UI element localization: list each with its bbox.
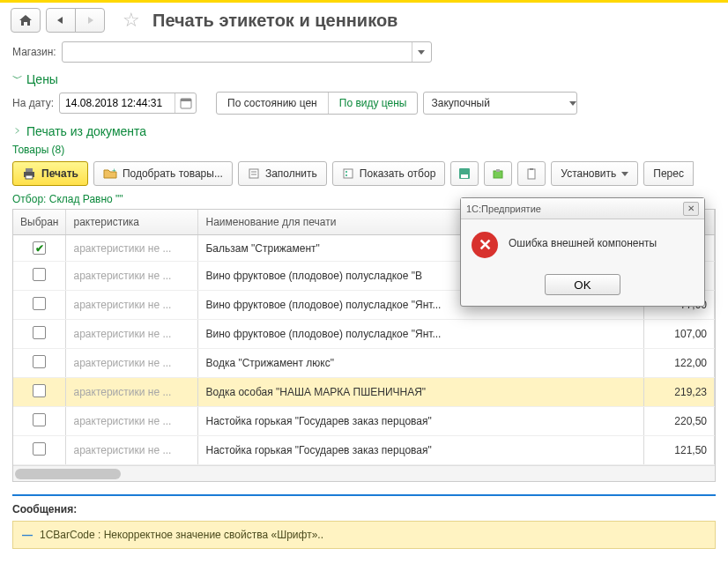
row-checkbox-cell[interactable] [13, 349, 66, 378]
messages-title: Сообщения: [12, 503, 716, 515]
row-checkbox-cell[interactable] [13, 291, 66, 320]
table-row[interactable]: арактеристики не ...Вино фруктовое (плод… [13, 320, 715, 349]
filter-icon [342, 167, 354, 180]
prices-section-label: Цены [26, 72, 58, 86]
show-filter-button[interactable]: Показать отбор [332, 161, 445, 186]
col-characteristic[interactable]: рактеристика [66, 210, 198, 235]
error-icon: ✕ [472, 232, 498, 258]
set-button[interactable]: Установить [551, 161, 638, 186]
svg-rect-17 [530, 168, 533, 170]
price-type-value: Закупочный [424, 97, 569, 109]
row-characteristic: арактеристики не ... [66, 349, 198, 378]
dialog-ok-button[interactable]: OK [545, 274, 620, 295]
row-price: 220,50 [644, 407, 715, 436]
row-checkbox-cell[interactable] [13, 262, 66, 291]
price-type-toggle[interactable] [569, 101, 576, 106]
row-price: 121,50 [644, 436, 715, 465]
doc-section-toggle[interactable]: ﹥ Печать из документа [12, 123, 716, 138]
row-characteristic: арактеристики не ... [66, 378, 198, 407]
row-name: Водка особая "НАША МАРКА ПШЕНИЧНАЯ" [198, 378, 644, 407]
caret-down-icon [621, 172, 628, 176]
checkbox[interactable] [33, 413, 46, 426]
dialog-text: Ошибка внешней компоненты [509, 232, 657, 249]
svg-rect-13 [461, 174, 468, 178]
price-type-dropdown[interactable]: Закупочный [423, 92, 577, 115]
svg-rect-9 [344, 169, 353, 178]
forward-button[interactable] [75, 8, 105, 33]
copy-icon-button[interactable] [484, 161, 512, 186]
row-characteristic: арактеристики не ... [66, 235, 198, 262]
fill-label: Заполнить [265, 167, 317, 180]
dialog-titlebar[interactable]: 1С:Предприятие ✕ [461, 198, 704, 219]
store-field[interactable] [62, 41, 432, 63]
seg-by-type[interactable]: По виду цены [328, 93, 418, 114]
home-button[interactable] [11, 8, 41, 33]
print-button[interactable]: Печать [12, 161, 88, 186]
back-button[interactable] [46, 8, 76, 33]
printer-icon [22, 167, 36, 180]
checkbox[interactable] [33, 384, 46, 397]
favorite-star-icon[interactable]: ☆ [119, 8, 144, 33]
calendar-icon[interactable] [175, 93, 196, 113]
horizontal-scrollbar[interactable] [13, 465, 715, 481]
clipboard-icon [525, 167, 538, 180]
svg-rect-1 [181, 99, 191, 101]
svg-point-11 [345, 174, 347, 176]
store-input[interactable] [63, 46, 412, 58]
checkbox[interactable] [33, 297, 46, 310]
checkbox[interactable] [33, 268, 46, 281]
row-checkbox-cell[interactable] [13, 436, 66, 465]
row-price: 122,00 [644, 349, 715, 378]
recount-button[interactable]: Перес [643, 161, 694, 186]
checkbox[interactable]: ✔ [33, 241, 46, 255]
svg-rect-3 [26, 168, 33, 172]
col-selected[interactable]: Выбран [13, 210, 66, 235]
message-text: 1CBarCode : Некорректное значение свойст… [40, 529, 323, 541]
svg-rect-4 [26, 175, 33, 179]
set-label: Установить [561, 167, 616, 180]
table-row[interactable]: арактеристики не ...Настойка горькая "Го… [13, 436, 715, 465]
table-row[interactable]: арактеристики не ...Водка "Стрижамент лю… [13, 349, 715, 378]
row-checkbox-cell[interactable] [13, 320, 66, 349]
doc-section-label: Печать из документа [26, 124, 146, 138]
dialog-close-button[interactable]: ✕ [683, 202, 699, 216]
svg-rect-15 [496, 169, 500, 172]
row-price: 219,23 [644, 378, 715, 407]
table-row[interactable]: арактеристики не ...Водка особая "НАША М… [13, 378, 715, 407]
row-checkbox-cell[interactable] [13, 407, 66, 436]
row-characteristic: арактеристики не ... [66, 436, 198, 465]
dash-icon: — [22, 529, 33, 541]
svg-point-10 [345, 171, 347, 173]
date-field[interactable] [59, 93, 197, 114]
price-mode-segment: По состоянию цен По виду цены [216, 92, 418, 115]
save-icon [458, 167, 471, 180]
save-icon-button[interactable] [450, 161, 479, 186]
fill-button[interactable]: Заполнить [238, 161, 327, 186]
row-price: 107,00 [644, 320, 715, 349]
goods-link[interactable]: Товары (8) [12, 144, 716, 156]
list-icon [248, 167, 260, 180]
seg-by-state[interactable]: По состоянию цен [217, 93, 328, 114]
date-label: На дату: [12, 97, 54, 109]
checkbox[interactable] [33, 355, 46, 368]
chevron-right-icon: ﹥ [12, 123, 23, 138]
paste-icon-button[interactable] [517, 161, 546, 186]
row-characteristic: арактеристики не ... [66, 262, 198, 291]
prices-section-toggle[interactable]: ﹀ Цены [12, 71, 716, 86]
table-row[interactable]: арактеристики не ...Настойка горькая "Го… [13, 407, 715, 436]
scrollbar-thumb[interactable] [15, 469, 121, 479]
svg-text:+: + [112, 167, 116, 174]
row-checkbox-cell[interactable]: ✔ [13, 235, 66, 262]
message-row[interactable]: — 1CBarCode : Некорректное значение свой… [12, 521, 716, 549]
divider [12, 494, 716, 496]
pick-goods-button[interactable]: + Подобрать товары... [93, 161, 233, 186]
checkbox[interactable] [33, 326, 46, 339]
row-checkbox-cell[interactable] [13, 378, 66, 407]
store-dropdown-toggle[interactable] [412, 42, 431, 62]
row-name: Настойка горькая "Государев заказ перцов… [198, 407, 644, 436]
row-name: Водка "Стрижамент люкс" [198, 349, 644, 378]
date-input[interactable] [60, 97, 175, 109]
row-characteristic: арактеристики не ... [66, 407, 198, 436]
row-name: Вино фруктовое (плодовое) полусладкое "Я… [198, 320, 644, 349]
checkbox[interactable] [33, 442, 46, 456]
